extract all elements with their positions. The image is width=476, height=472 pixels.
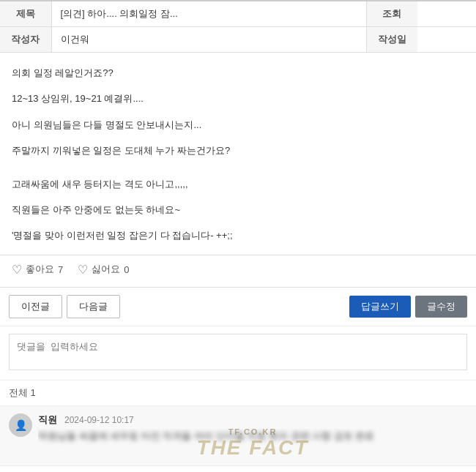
- article-line-6: 직원들은 아주 안중에도 없는듯 하네요~: [12, 201, 464, 218]
- comment-input-area[interactable]: [0, 326, 476, 381]
- next-button[interactable]: 다음글: [67, 295, 120, 318]
- reaction-bar: ♡ 좋아요 7 ♡ 싫어요 0: [0, 255, 476, 288]
- avatar-initial: 👤: [15, 419, 27, 431]
- avatar: 👤: [9, 413, 32, 437]
- date-label: 작성일: [366, 27, 417, 53]
- nav-left-buttons: 이전글 다음글: [9, 295, 120, 318]
- comment-item: 👤 직원 2024-09-12 10:17 딱원님들 싸움에 새우등 터진 직격…: [0, 406, 476, 466]
- navigation-bar: 이전글 다음글 답글쓰기 글수정: [0, 288, 476, 326]
- like-label: 좋아요: [26, 263, 54, 276]
- article-title: [의견] 하아.... 의회일정 잠...: [51, 1, 366, 27]
- author-label: 작성자: [0, 27, 51, 53]
- dislike-button[interactable]: ♡ 싫어요 0: [78, 263, 129, 277]
- author-value: 이건워: [51, 27, 366, 53]
- views-value: [417, 1, 476, 27]
- dislike-icon: ♡: [78, 263, 88, 277]
- comment-content: 직원 2024-09-12 10:17 딱원님들 싸움에 새우등 터진 직격들 …: [38, 413, 467, 458]
- comment-count-bar: 전체 1: [0, 381, 476, 406]
- comment-input[interactable]: [9, 334, 467, 370]
- prev-button[interactable]: 이전글: [9, 295, 62, 318]
- like-icon: ♡: [12, 263, 22, 277]
- article-line-2: 12~13 상임위, 19~21 예결위....: [12, 90, 464, 107]
- comment-text-container: 딱원님들 싸움에 새우등 터진 직격들 여러 단어들 직원 회의 관련 사항 검…: [38, 429, 467, 458]
- comment-author: 직원: [38, 413, 57, 427]
- article-line-7: '명절을 맞아 이런저런 일정 잡은기 다 접습니다- ++;;: [12, 227, 464, 244]
- like-count: 7: [58, 264, 63, 275]
- nav-right-buttons: 답글쓰기 글수정: [349, 296, 467, 318]
- dislike-label: 싫어요: [92, 263, 120, 276]
- article-line-4: 주말까지 끼워넣은 일정은 도대체 누가 짜는건가요?: [12, 142, 464, 159]
- article-info-table: 제목 [의견] 하아.... 의회일정 잠... 조회 작성자 이건워 작성일: [0, 0, 476, 53]
- article-line-1: 의회 일정 레알인거죠??: [12, 64, 464, 81]
- comment-date: 2024-09-12 10:17: [64, 415, 134, 425]
- comment-count-label: 전체 1: [9, 387, 36, 398]
- article-body: 의회 일정 레알인거죠?? 12~13 상임위, 19~21 예결위.... 아…: [0, 53, 476, 255]
- article-line-5: 고래싸움에 새우 등터지는 격도 아니고,,,,,: [12, 176, 464, 192]
- dislike-count: 0: [124, 264, 129, 275]
- title-label: 제목: [0, 1, 51, 27]
- article-line-3: 아니 의원님들은 다들 명절도 안보내시는지...: [12, 116, 464, 133]
- views-label: 조회: [366, 1, 417, 27]
- edit-button[interactable]: 글수정: [415, 296, 467, 318]
- like-button[interactable]: ♡ 좋아요 7: [12, 263, 63, 277]
- reply-button[interactable]: 답글쓰기: [349, 296, 411, 318]
- comment-meta: 직원 2024-09-12 10:17: [38, 413, 467, 427]
- comment-text: 딱원님들 싸움에 새우등 터진 직격들 여러 단어들 직원 회의 관련 사항 검…: [38, 429, 467, 443]
- date-value: [417, 27, 476, 53]
